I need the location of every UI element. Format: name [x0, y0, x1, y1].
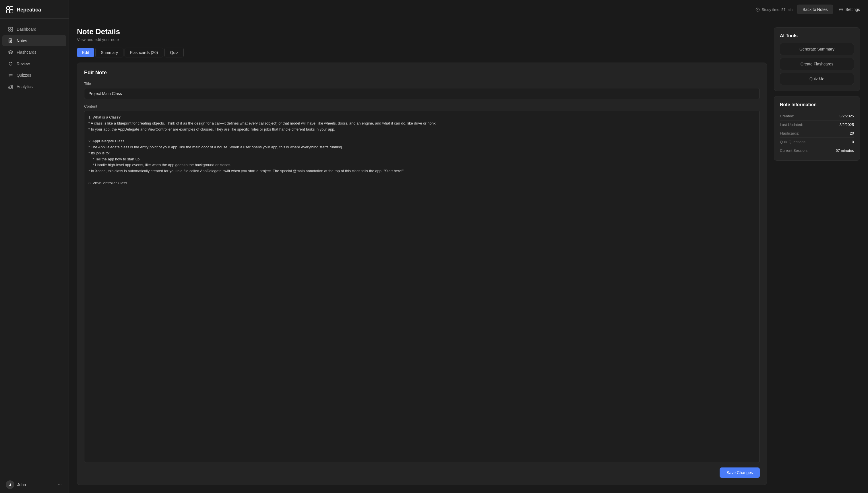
tabs-row: Edit Summary Flashcards (20) Quiz	[77, 48, 767, 57]
clock-icon	[756, 7, 760, 12]
sidebar-label-dashboard: Dashboard	[17, 27, 37, 31]
sidebar-item-dashboard[interactable]: Dashboard	[2, 24, 66, 35]
tab-edit[interactable]: Edit	[77, 48, 94, 57]
svg-rect-6	[8, 29, 10, 31]
page-subtitle: View and edit your note	[77, 37, 767, 42]
edit-note-heading: Edit Note	[84, 70, 760, 76]
sidebar: Repeatica Dashboard Notes	[0, 0, 69, 493]
grid-icon	[8, 27, 13, 32]
updated-value: 3/2/2025	[839, 123, 854, 127]
nav-items: Dashboard Notes Flashcards	[0, 19, 69, 476]
sidebar-item-review[interactable]: Review	[2, 58, 66, 69]
content-section: Content	[84, 104, 760, 463]
title-label: Title	[84, 82, 760, 86]
sidebar-label-flashcards: Flashcards	[17, 50, 36, 55]
info-row-updated: Last Updated: 3/2/2025	[780, 121, 854, 129]
note-info-title: Note Information	[780, 102, 854, 107]
svg-point-13	[9, 76, 10, 77]
sidebar-label-analytics: Analytics	[17, 84, 33, 89]
svg-rect-17	[12, 85, 13, 88]
user-info: J John	[6, 480, 26, 489]
created-value: 3/2/2025	[839, 114, 854, 118]
sidebar-item-analytics[interactable]: Analytics	[2, 81, 66, 92]
session-value: 57 minutes	[835, 148, 854, 153]
logo-text: Repeatica	[17, 7, 41, 13]
info-row-created: Created: 3/2/2025	[780, 112, 854, 121]
sidebar-item-notes[interactable]: Notes	[2, 35, 66, 46]
note-editor-card: Edit Note Title Content Save Changes	[77, 63, 767, 485]
sidebar-label-quizzes: Quizzes	[17, 73, 31, 78]
flashcards-label: Flashcards:	[780, 131, 799, 135]
info-row-flashcards: Flashcards: 20	[780, 129, 854, 138]
sidebar-item-flashcards[interactable]: Flashcards	[2, 47, 66, 58]
user-name: John	[17, 483, 26, 487]
more-options-button[interactable]: ···	[57, 481, 63, 488]
layers-icon	[8, 50, 13, 55]
tab-flashcards[interactable]: Flashcards (20)	[125, 48, 163, 57]
session-label: Current Session:	[780, 148, 808, 153]
quiz-me-button[interactable]: Quiz Me	[780, 73, 854, 85]
study-time-label: Study time: 57 min	[762, 7, 793, 12]
quiz-questions-label: Quiz Questions:	[780, 140, 807, 144]
bar-chart-icon	[8, 84, 13, 89]
right-panel: AI Tools Generate Summary Create Flashca…	[774, 27, 860, 485]
settings-button[interactable]: Settings	[839, 7, 860, 12]
avatar: J	[6, 480, 14, 489]
content-label: Content	[84, 104, 760, 108]
svg-point-9	[9, 74, 10, 75]
info-row-session: Current Session: 57 minutes	[780, 146, 854, 155]
page-header: Note Details View and edit your note	[77, 27, 767, 42]
tab-summary[interactable]: Summary	[95, 48, 123, 57]
settings-label: Settings	[845, 7, 860, 12]
quiz-questions-value: 0	[852, 140, 854, 144]
title-input[interactable]	[84, 88, 760, 99]
content-area: Note Details View and edit your note Edi…	[69, 19, 868, 493]
list-icon	[8, 72, 13, 78]
gear-icon	[839, 7, 843, 12]
save-row: Save Changes	[84, 468, 760, 478]
page-title: Note Details	[77, 27, 767, 36]
note-info-card: Note Information Created: 3/2/2025 Last …	[774, 96, 860, 161]
sidebar-label-review: Review	[17, 61, 30, 66]
generate-summary-button[interactable]: Generate Summary	[780, 43, 854, 55]
topbar: Study time: 57 min Back to Notes Setting…	[69, 0, 868, 19]
logo-area: Repeatica	[0, 0, 69, 19]
file-icon	[8, 38, 13, 43]
logo-icon	[6, 6, 14, 14]
updated-label: Last Updated:	[780, 123, 803, 127]
refresh-icon	[8, 61, 13, 66]
save-changes-button[interactable]: Save Changes	[720, 468, 760, 478]
study-time: Study time: 57 min	[756, 7, 793, 12]
header-right: Study time: 57 min Back to Notes Setting…	[756, 5, 860, 14]
svg-rect-3	[10, 10, 13, 13]
editor-section: Note Details View and edit your note Edi…	[77, 27, 767, 485]
main-content: Study time: 57 min Back to Notes Setting…	[69, 0, 868, 493]
svg-rect-15	[8, 87, 10, 88]
svg-point-19	[841, 9, 842, 10]
svg-rect-5	[11, 27, 13, 29]
flashcards-value: 20	[850, 131, 854, 135]
info-row-quiz-questions: Quiz Questions: 0	[780, 138, 854, 146]
title-section: Title	[84, 82, 760, 99]
created-label: Created:	[780, 114, 794, 118]
tab-quiz[interactable]: Quiz	[165, 48, 184, 57]
svg-rect-7	[11, 29, 13, 31]
sidebar-label-notes: Notes	[17, 39, 27, 43]
svg-rect-4	[8, 27, 10, 29]
user-area: J John ···	[0, 476, 69, 493]
svg-rect-1	[10, 6, 13, 9]
ai-tools-title: AI Tools	[780, 33, 854, 39]
sidebar-item-quizzes[interactable]: Quizzes	[2, 70, 66, 81]
back-to-notes-button[interactable]: Back to Notes	[797, 5, 833, 14]
svg-rect-0	[6, 6, 9, 9]
create-flashcards-button[interactable]: Create Flashcards	[780, 58, 854, 70]
svg-point-11	[9, 75, 10, 76]
svg-rect-16	[10, 86, 11, 88]
svg-rect-2	[6, 10, 9, 13]
ai-tools-card: AI Tools Generate Summary Create Flashca…	[774, 27, 860, 91]
content-textarea[interactable]	[84, 111, 760, 463]
